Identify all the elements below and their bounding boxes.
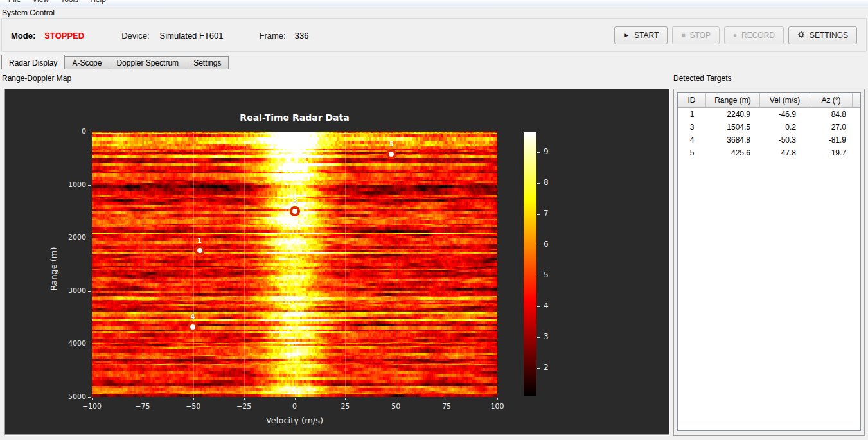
x-tick-label: 75: [427, 402, 466, 410]
control-buttons: ►START■STOP●RECORDSETTINGS: [614, 26, 857, 44]
cell: 27.0: [810, 123, 853, 132]
x-tick-label: 0: [276, 402, 314, 410]
y-tick-mark: [88, 397, 91, 398]
x-tick-label: 50: [376, 402, 415, 410]
x-tick-label: −100: [73, 402, 111, 410]
cell: -50.3: [760, 136, 810, 145]
tab-settings[interactable]: Settings: [186, 56, 229, 69]
target-label-5: 5: [385, 141, 398, 148]
colorbar-tick-mark: [537, 306, 540, 307]
menu-tools[interactable]: Tools: [55, 0, 84, 4]
system-control-group: Mode: STOPPED Device: Simulated FT601 Fr…: [1, 18, 867, 52]
record-icon: ●: [733, 32, 737, 39]
cell: 3: [678, 123, 706, 132]
cell: 47.8: [760, 148, 810, 157]
button-label: START: [634, 31, 659, 40]
column-header-3[interactable]: Az (°): [810, 93, 853, 108]
target-label-4: 4: [186, 313, 199, 321]
y-tick-label: 2000: [45, 233, 86, 242]
cell: 2240.9: [706, 110, 760, 119]
x-tick-label: 25: [326, 402, 364, 410]
colorbar-tick-label: 2: [544, 363, 549, 372]
column-header-2[interactable]: Vel (m/s): [760, 93, 810, 108]
table-row[interactable]: 43684.8-50.3-81.9: [678, 134, 860, 146]
play-icon: ►: [623, 32, 630, 39]
stop-button: ■STOP: [672, 26, 720, 44]
menu-bar: FileViewToolsHelp: [0, 0, 868, 6]
y-tick-mark: [88, 291, 91, 292]
plot-title: Real-Time Radar Data: [92, 112, 497, 123]
settings-button[interactable]: SETTINGS: [788, 26, 857, 44]
menu-help[interactable]: Help: [84, 0, 112, 4]
colorbar-tick-mark: [537, 152, 540, 153]
y-tick-mark: [88, 344, 91, 344]
targets-table-body: 12240.9-46.984.831504.50.227.043684.8-50…: [678, 108, 860, 159]
gear-icon: [797, 31, 805, 40]
tab-radar-display[interactable]: Radar Display: [1, 55, 65, 69]
range-doppler-plot: Real-Time Radar Data Velocity (m/s) Rang…: [4, 89, 669, 435]
cell: 0.2: [760, 123, 810, 132]
cell: -81.9: [810, 136, 853, 145]
system-control-title: System Control: [2, 8, 55, 17]
status-row: Mode: STOPPED Device: Simulated FT601 Fr…: [11, 31, 308, 40]
table-row[interactable]: 31504.50.227.0: [678, 121, 860, 134]
stop-icon: ■: [681, 32, 685, 39]
mode-value: STOPPED: [44, 31, 84, 40]
x-tick-label: −75: [123, 402, 162, 410]
colorbar-tick-mark: [537, 214, 540, 215]
menu-file[interactable]: File: [3, 0, 26, 4]
y-tick-mark: [88, 238, 91, 238]
x-tick-mark: [295, 398, 296, 400]
x-tick-mark: [345, 398, 346, 400]
tab-a-scope[interactable]: A-Scope: [64, 56, 109, 69]
y-tick-label: 0: [45, 127, 86, 136]
cell: 5: [678, 148, 706, 157]
colorbar-tick-label: 7: [544, 209, 549, 218]
column-header-filler: [853, 93, 860, 108]
colorbar-tick-label: 8: [544, 178, 549, 187]
y-tick-label: 1000: [45, 180, 86, 189]
detected-targets-label: Detected Targets: [673, 74, 732, 83]
tab-strip: Radar DisplayA-ScopeDoppler SpectrumSett…: [1, 55, 228, 69]
cell: 425.6: [706, 148, 760, 157]
cell: 1: [678, 110, 706, 119]
column-header-0[interactable]: ID: [678, 93, 706, 108]
frame-label: Frame:: [260, 31, 286, 40]
cell: 4: [678, 136, 706, 145]
x-tick-mark: [193, 398, 194, 400]
target-label-1: 1: [193, 237, 206, 244]
colorbar: [524, 132, 536, 396]
y-tick-mark: [88, 185, 91, 186]
cell: 84.8: [810, 110, 853, 119]
x-tick-label: −50: [174, 402, 213, 410]
button-label: STOP: [689, 31, 710, 40]
colorbar-tick-label: 3: [544, 332, 549, 341]
x-tick-mark: [244, 398, 245, 400]
cell: 1504.5: [706, 123, 760, 132]
target-label-3: 3: [288, 198, 301, 205]
mode-label: Mode:: [11, 31, 35, 40]
start-button[interactable]: ►START: [614, 26, 668, 44]
colorbar-tick-mark: [537, 183, 540, 184]
table-row[interactable]: 5425.647.819.7: [678, 146, 860, 159]
target-marker-1: [195, 245, 205, 256]
menu-bar-items: FileViewToolsHelp: [0, 0, 868, 4]
range-doppler-map-label: Range-Doppler Map: [2, 74, 71, 83]
menu-view[interactable]: View: [26, 0, 55, 4]
table-row[interactable]: 12240.9-46.984.8: [678, 108, 860, 121]
cell: 19.7: [810, 148, 853, 157]
heatmap-canvas: [92, 132, 497, 397]
device-label: Device:: [121, 31, 149, 40]
tab-doppler-spectrum[interactable]: Doppler Spectrum: [109, 56, 186, 69]
x-tick-mark: [92, 398, 93, 400]
targets-table-header: IDRange (m)Vel (m/s)Az (°): [678, 93, 860, 108]
colorbar-tick-mark: [537, 276, 540, 276]
x-tick-label: 100: [478, 402, 517, 410]
x-axis-label: Velocity (m/s): [92, 416, 497, 425]
column-header-1[interactable]: Range (m): [706, 93, 760, 108]
colorbar-tick-label: 4: [544, 301, 549, 310]
y-tick-label: 5000: [45, 392, 86, 401]
x-tick-mark: [396, 398, 396, 400]
record-button: ●RECORD: [724, 26, 784, 44]
x-tick-mark: [143, 398, 143, 400]
